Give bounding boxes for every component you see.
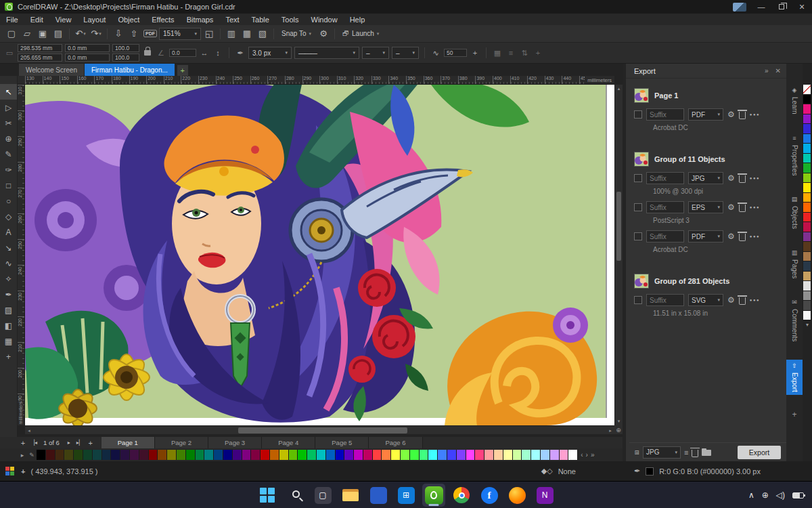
curve-tool[interactable]: ✎ [0, 146, 17, 162]
volume-icon[interactable]: ◁) [776, 490, 785, 500]
onenote-button[interactable]: N [533, 484, 556, 507]
export-options-icon[interactable]: ≡ [684, 448, 688, 457]
color-swatch[interactable] [354, 450, 363, 460]
color-swatch[interactable] [568, 450, 578, 460]
suffix-input[interactable] [646, 108, 684, 121]
color-swatch[interactable] [803, 95, 811, 105]
outline-pen-tool[interactable]: ✒ [0, 287, 17, 302]
end-arrowhead-select[interactable]: –▾ [392, 47, 419, 59]
color-swatch[interactable] [803, 261, 811, 272]
color-swatch[interactable] [233, 450, 242, 460]
show-guidelines-icon[interactable]: ▧ [255, 26, 270, 41]
pos-y-field[interactable]: 205.655 mm [18, 54, 62, 62]
more-options-icon[interactable]: ●●● [750, 176, 760, 180]
outline-color-swatch[interactable] [646, 467, 654, 475]
smoothing-field[interactable]: 50 [444, 49, 467, 57]
color-swatch[interactable] [373, 450, 382, 460]
color-swatch[interactable] [531, 450, 541, 460]
menu-text[interactable]: Text [219, 14, 245, 25]
color-swatch[interactable] [401, 450, 410, 460]
color-swatch[interactable] [803, 134, 811, 144]
color-swatch[interactable] [503, 450, 513, 460]
export-icon[interactable]: ⇧ [127, 26, 141, 41]
pick-tool[interactable]: ↖ [0, 84, 17, 100]
color-swatch[interactable] [261, 450, 270, 460]
shadow-tool[interactable]: ▨ [0, 302, 17, 318]
restore-button[interactable] [771, 0, 792, 14]
color-swatch[interactable] [803, 301, 811, 311]
color-swatch[interactable] [139, 450, 149, 460]
delete-export-icon[interactable] [739, 112, 746, 119]
color-swatch[interactable] [382, 450, 391, 460]
first-page-button[interactable]: ▕◂ [28, 437, 39, 448]
color-swatch[interactable] [803, 144, 811, 154]
polygon-tool[interactable]: ◇ [0, 209, 17, 224]
add-tool-button[interactable]: + [0, 349, 17, 364]
color-swatch[interactable] [513, 450, 522, 460]
crop-tool[interactable]: ✂ [0, 115, 17, 131]
start-button[interactable] [256, 484, 279, 507]
color-swatch[interactable] [550, 450, 560, 460]
color-swatch[interactable] [279, 450, 289, 460]
color-swatch[interactable] [803, 163, 811, 173]
footer-delete-icon[interactable] [692, 450, 698, 457]
document-tab[interactable]: Welcome Screen [19, 64, 84, 76]
scale-x-field[interactable]: 100.0 [112, 44, 139, 52]
color-swatch[interactable] [466, 450, 476, 460]
outline-width-select[interactable]: 3.0 px▾ [248, 47, 292, 59]
export-settings-gear-icon[interactable]: ⚙ [727, 232, 735, 241]
add-export-page-icon[interactable]: ⧈ [635, 448, 639, 457]
export-settings-gear-icon[interactable]: ⚙ [727, 110, 735, 119]
output-folder-icon[interactable] [702, 448, 711, 456]
menu-object[interactable]: Object [112, 14, 145, 25]
lock-ratio-icon[interactable] [144, 50, 151, 56]
color-swatch[interactable] [803, 281, 811, 291]
delete-export-icon[interactable] [739, 297, 746, 305]
zoom-levels-select[interactable]: 151%▾ [159, 28, 201, 40]
color-swatch[interactable] [298, 450, 307, 460]
object-height-field[interactable]: 0.0 mm [65, 54, 110, 62]
show-grid-icon[interactable]: ▦ [240, 26, 254, 41]
page-tab-page-2[interactable]: Page 2 [155, 437, 208, 448]
suffix-input[interactable] [646, 230, 684, 242]
color-swatch[interactable] [223, 450, 233, 460]
more-options-icon[interactable]: ●●● [750, 298, 760, 302]
more-options-icon[interactable]: ●●● [750, 205, 760, 209]
color-swatch[interactable] [307, 450, 317, 460]
suffix-input[interactable] [646, 294, 684, 306]
firefox-button[interactable] [505, 484, 528, 507]
color-swatch[interactable] [344, 450, 354, 460]
color-swatch[interactable] [410, 450, 420, 460]
battery-icon[interactable] [792, 492, 804, 499]
drawing-canvas[interactable] [25, 85, 614, 425]
export-checkbox[interactable] [634, 203, 642, 211]
snap-to-button[interactable]: Snap To▾ [277, 30, 315, 37]
menu-effects[interactable]: Effects [145, 14, 180, 25]
format-select[interactable]: PDF▾ [688, 230, 723, 242]
file-explorer-button[interactable] [339, 484, 362, 507]
color-swatch[interactable] [46, 450, 55, 460]
menu-table[interactable]: Table [246, 14, 275, 25]
pos-x-field[interactable]: 298.535 mm [18, 44, 62, 52]
suffix-input[interactable] [646, 172, 684, 184]
export-settings-gear-icon[interactable]: ⚙ [727, 173, 735, 183]
color-swatch[interactable] [803, 203, 811, 213]
delete-export-icon[interactable] [739, 175, 746, 183]
color-swatch[interactable] [242, 450, 252, 460]
color-swatch[interactable] [37, 450, 46, 460]
docker-tab-export[interactable]: ⇧ Export [786, 360, 803, 395]
color-swatch[interactable] [186, 450, 196, 460]
export-checkbox[interactable] [634, 296, 642, 304]
menu-file[interactable]: File [0, 14, 24, 25]
scroll-left-icon[interactable]: ◂ [25, 426, 33, 435]
mirror-vertical-icon[interactable]: ↕ [212, 49, 223, 57]
vertical-scrollbar[interactable]: ▴ ▾ [614, 85, 623, 425]
connector-tool[interactable]: ∿ [0, 255, 17, 271]
page-tab-page-6[interactable]: Page 6 [369, 437, 422, 448]
color-swatch[interactable] [447, 450, 457, 460]
mirror-horizontal-icon[interactable]: ↔ [199, 49, 210, 57]
scroll-down-icon[interactable]: ▾ [615, 417, 623, 425]
transparency-tool[interactable]: ◧ [0, 318, 17, 333]
color-swatch[interactable] [102, 450, 112, 460]
docker-collapse-icon[interactable]: » [765, 67, 769, 75]
